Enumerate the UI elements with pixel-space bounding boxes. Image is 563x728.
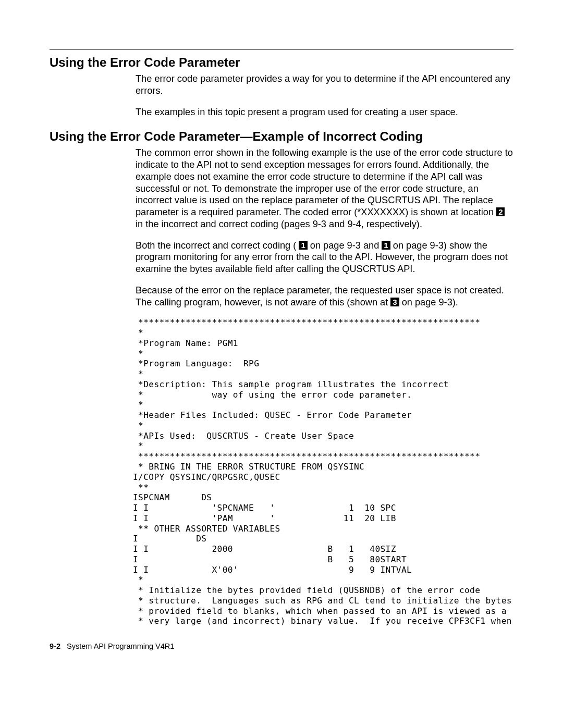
section2-p1a: The common error shown in the following …	[136, 147, 513, 217]
page-number: 9-2	[50, 642, 60, 650]
section1-p1: The error code parameter provides a way …	[136, 73, 513, 97]
section1-body: The error code parameter provides a way …	[136, 73, 513, 118]
section2-p1b: in the incorrect and correct coding (pag…	[136, 219, 422, 229]
section2-p2b: on page 9-3 and	[310, 240, 382, 251]
section2-body: The common error shown in the following …	[136, 147, 513, 308]
section2-p2a: Both the incorrect and correct coding (	[136, 240, 296, 251]
ref-marker-2: 2	[496, 207, 505, 216]
ref-marker-3: 3	[390, 298, 399, 306]
section1-p2: The examples in this topic present a pro…	[136, 106, 513, 118]
top-rule	[50, 50, 513, 50]
section1-heading: Using the Error Code Parameter	[50, 55, 513, 70]
section2-p3: Because of the error on the replace para…	[136, 285, 513, 309]
page-footer: 9-2 System API Programming V4R1	[50, 642, 513, 650]
section2-p3b: on page 9-3).	[402, 297, 458, 307]
section2-p2: Both the incorrect and correct coding ( …	[136, 240, 513, 275]
ref-marker-1b: 1	[382, 241, 390, 250]
section2-heading: Using the Error Code Parameter—Example o…	[50, 129, 513, 144]
code-listing: ****************************************…	[133, 317, 513, 626]
ref-marker-1a: 1	[299, 241, 307, 250]
page: Using the Error Code Parameter The error…	[0, 0, 563, 669]
section2-p1: The common error shown in the following …	[136, 147, 513, 230]
footer-title: System API Programming V4R1	[67, 642, 174, 650]
